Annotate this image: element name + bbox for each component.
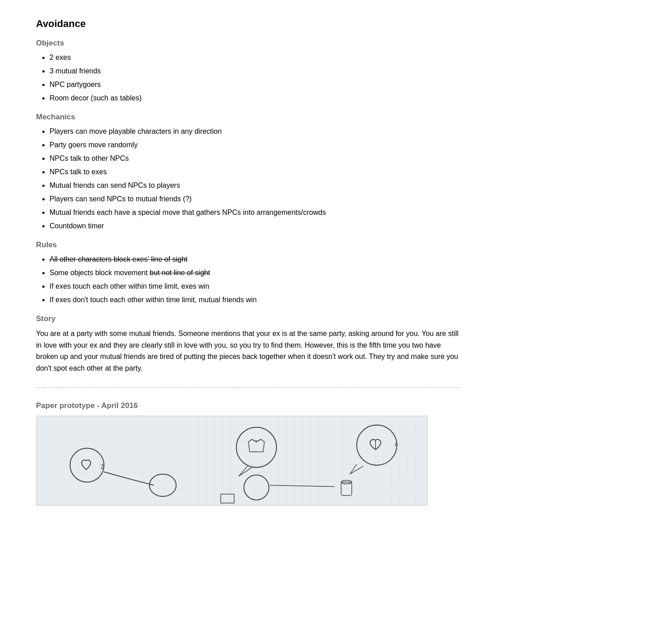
- list-item: Party goers move randomly: [50, 140, 459, 150]
- list-item: Mutual friends can send NPCs to players: [50, 180, 459, 191]
- svg-text:4: 4: [394, 441, 398, 448]
- list-item: Countdown timer: [50, 221, 459, 231]
- mechanics-heading: Mechanics: [36, 113, 459, 122]
- list-item: If exes don't touch each other within ti…: [50, 295, 459, 305]
- story-heading: Story: [36, 314, 459, 323]
- prototype-heading: Paper prototype - April 2016: [36, 401, 459, 410]
- list-item: 2 exes: [50, 52, 459, 63]
- objects-list: 2 exes 3 mutual friends NPC partygoers R…: [36, 52, 459, 104]
- list-item: Mutual friends each have a special move …: [50, 207, 459, 218]
- svg-rect-0: [38, 416, 426, 505]
- svg-text:2: 2: [100, 463, 104, 470]
- rules-list: All other characters block exes' line of…: [36, 254, 459, 305]
- page-title: Avoidance: [36, 18, 459, 30]
- list-item: NPCs talk to other NPCs: [50, 153, 459, 164]
- list-item: Players can send NPCs to mutual friends …: [50, 194, 459, 204]
- story-text: You are at a party with some mutual frie…: [36, 328, 459, 374]
- list-item: NPC partygoers: [50, 79, 459, 90]
- list-item: If exes touch each other within time lim…: [50, 281, 459, 292]
- prototype-image: 2 4: [36, 416, 428, 506]
- mechanics-list: Players can move playable characters in …: [36, 126, 459, 231]
- list-item: 3 mutual friends: [50, 66, 459, 77]
- section-divider: [36, 387, 459, 388]
- objects-heading: Objects: [36, 39, 459, 48]
- list-item: Room decor (such as tables): [50, 93, 459, 104]
- list-item-strike: All other characters block exes' line of…: [50, 254, 459, 265]
- list-item: Players can move playable characters in …: [50, 126, 459, 137]
- list-item: NPCs talk to exes: [50, 167, 459, 177]
- rules-heading: Rules: [36, 240, 459, 249]
- list-item-partial-strike: Some objects block movement but not line…: [50, 268, 459, 278]
